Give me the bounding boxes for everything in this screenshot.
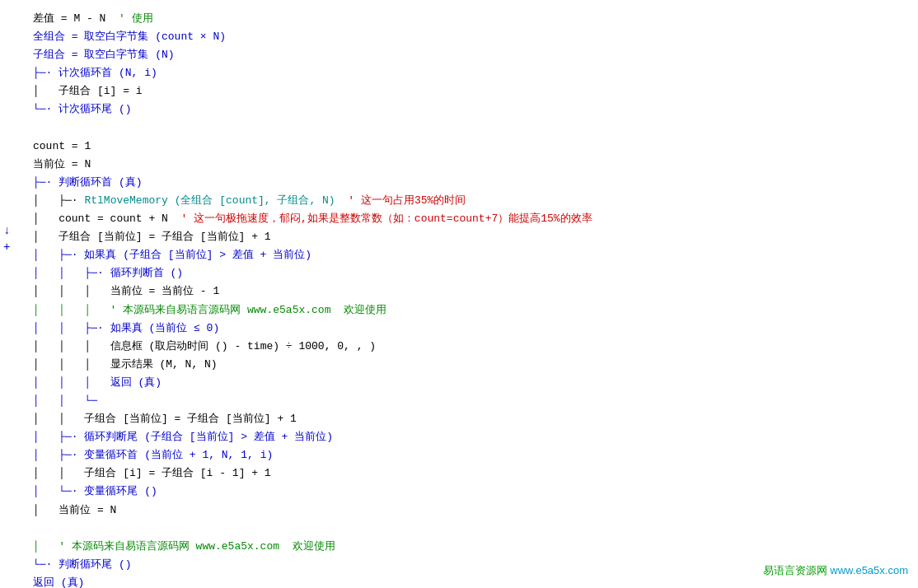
code-line: │ 子组合 [i] = i	[33, 82, 911, 100]
code-line	[33, 119, 911, 138]
code-line: 差值 = M - N ' 使用	[33, 10, 911, 28]
code-line: 全组合 = 取空白字节集 (count × N)	[33, 28, 911, 46]
code-line: │ │ ├─· 如果真 (当前位 ≤ 0)	[33, 320, 911, 338]
code-line: │ │ 子组合 [i] = 子组合 [i - 1] + 1	[33, 464, 911, 483]
code-area: 差值 = M - N ' 使用 全组合 = 取空白字节集 (count × N)…	[7, 7, 918, 588]
code-line: │ │ │ 返回 (真)	[33, 374, 911, 392]
watermark-url: www.e5a5x.com	[830, 564, 908, 576]
code-line: │ └─· 变量循环尾 ()	[33, 483, 911, 501]
code-line: ├─· 计次循环首 (N, i)	[33, 64, 911, 82]
code-line: │ ' 本源码来自易语言源码网 www.e5a5x.com 欢迎使用	[33, 538, 911, 556]
code-line: count = 1	[33, 138, 911, 156]
main-container: ↓ + 差值 = M - N ' 使用 全组合 = 取空白字节集 (count …	[0, 0, 918, 588]
code-line: │ ├─· 循环判断尾 (子组合 [当前位] > 差值 + 当前位)	[33, 428, 911, 446]
code-line: │ │ │ 信息框 (取启动时间 () - time) ÷ 1000, 0, ,…	[33, 338, 911, 356]
code-line	[33, 520, 911, 538]
code-line: │ │ │ 显示结果 (M, N, N)	[33, 356, 911, 374]
code-line: │ ├─· 如果真 (子组合 [当前位] > 差值 + 当前位)	[33, 246, 911, 264]
code-line: │ 子组合 [当前位] = 子组合 [当前位] + 1	[33, 228, 911, 246]
code-line: │ │ 子组合 [当前位] = 子组合 [当前位] + 1	[33, 410, 911, 428]
code-line: │ ├─· 变量循环首 (当前位 + 1, N, 1, i)	[33, 446, 911, 464]
code-line: │ 当前位 = N	[33, 502, 911, 520]
code-line: │ │ ├─· 循环判断首 ()	[33, 264, 911, 282]
code-line: │ │ │ 当前位 = 当前位 - 1	[33, 282, 911, 301]
watermark-text: 易语言资源网	[763, 564, 831, 576]
code-line: │ │ │ ' 本源码来自易语言源码网 www.e5a5x.com 欢迎使用	[33, 301, 911, 320]
watermark: 易语言资源网 www.e5a5x.com	[763, 563, 908, 578]
code-line: └─· 计次循环尾 ()	[33, 100, 911, 119]
code-line: │ ├─· RtlMoveMemory (全组合 [count], 子组合, N…	[33, 192, 911, 210]
code-line: 子组合 = 取空白字节集 (N)	[33, 46, 911, 64]
code-line: 当前位 = N	[33, 156, 911, 174]
code-line: │ count = count + N ' 这一句极拖速度，郁闷,如果是整数常数…	[33, 210, 911, 228]
code-line: │ │ └─	[33, 392, 911, 410]
code-line: ├─· 判断循环首 (真)	[33, 174, 911, 192]
